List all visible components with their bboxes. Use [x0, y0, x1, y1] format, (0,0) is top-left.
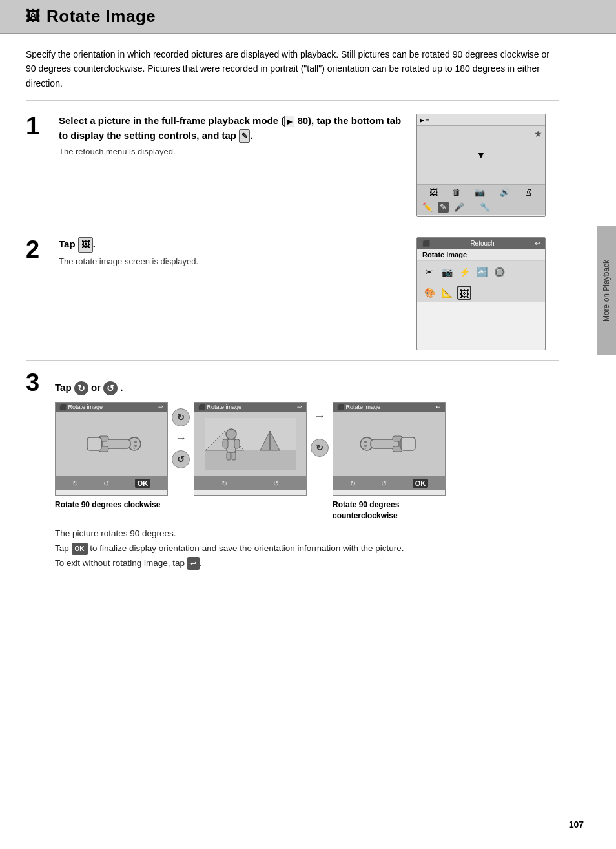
- ok-badge-inline: OK: [72, 543, 88, 555]
- svg-point-24: [364, 445, 367, 447]
- intro-text: Specify the orientation in which recorde…: [26, 47, 559, 101]
- page-title: Rotate Image: [46, 6, 156, 26]
- screen1-icons-row1: 🖼 🗑 📷 🔊 🖨: [417, 184, 545, 200]
- person-cw-svg: [67, 418, 157, 470]
- retouch-label: Retouch: [470, 240, 494, 247]
- step-1-note: The retouch menu is displayed.: [59, 147, 406, 156]
- star-icon: ★: [534, 129, 542, 139]
- svg-rect-16: [227, 452, 231, 460]
- screen1-body: ★ ▼: [417, 126, 545, 184]
- rotate-screen-left-container: ⬛ Rotate image ↩: [55, 402, 168, 510]
- step-1-number: 1: [26, 114, 48, 217]
- svg-rect-8: [205, 450, 296, 470]
- step-1-image: ▶ ≡ ★ ▼ 🖼 🗑 📷 🔊 🖨 ✏️ ✎: [416, 114, 559, 217]
- svg-point-23: [364, 441, 367, 443]
- note-3: To exit without rotating image, tap ↩.: [55, 556, 559, 571]
- step-3-header: 3 Tap ↻ or ↺ .: [26, 370, 559, 395]
- rotate-screen-middle-bottombar: ↻ ↺: [194, 476, 306, 490]
- step-3-number: 3: [26, 370, 48, 395]
- rotate-cw-button[interactable]: ↻: [172, 408, 190, 426]
- screen2-icons-grid: ✂ 📷 ⚡ 🔤 🔘: [417, 261, 545, 283]
- rotate-screen-middle-container: ⬛ Rotate image ↩: [194, 402, 307, 496]
- note-1: The picture rotates 90 degrees.: [55, 527, 559, 541]
- rotate-ccw-button[interactable]: ↺: [172, 450, 190, 468]
- caption-left: Rotate 90 degrees clockwise: [55, 499, 168, 510]
- rotate-screen-middle: ⬛ Rotate image ↩: [194, 402, 307, 496]
- svg-rect-14: [223, 439, 228, 448]
- step-3-notes: The picture rotates 90 degrees. Tap OK t…: [55, 527, 559, 571]
- step-1: 1 Select a picture in the full-frame pla…: [26, 114, 559, 227]
- rotate-screen-left-bottombar: ↻ ↺ OK: [56, 476, 167, 490]
- step-2-number: 2: [26, 237, 48, 350]
- screen2-subtitle: Rotate image: [417, 249, 545, 261]
- step-2-image: ⬛ Retouch ↩ Rotate image ✂ 📷 ⚡ 🔤 🔘 🎨 📐 🖼: [416, 237, 559, 350]
- svg-point-5: [134, 441, 137, 443]
- step-3-screens: ⬛ Rotate image ↩: [55, 402, 559, 521]
- rotate-screen-left: ⬛ Rotate image ↩: [55, 402, 168, 496]
- rotate-screen-left-body: [56, 412, 167, 476]
- back-icon-inline: ↩: [187, 557, 200, 571]
- rotate-cw-button2[interactable]: ↻: [311, 439, 329, 457]
- rotate-screen-right-topbar: ⬛ Rotate image ↩: [333, 403, 445, 412]
- svg-rect-4: [87, 437, 101, 450]
- step-1-camera-screen: ▶ ≡ ★ ▼ 🖼 🗑 📷 🔊 🖨 ✏️ ✎: [416, 114, 546, 217]
- rotate-screen-middle-body: [194, 412, 306, 476]
- step-1-content: Select a picture in the full-frame playb…: [59, 114, 406, 217]
- rotate-image-icon: 🖼: [26, 8, 40, 25]
- screen2-icons-row2: 🎨 📐 🖼: [417, 283, 545, 302]
- svg-point-6: [134, 445, 137, 447]
- step-1-instruction: Select a picture in the full-frame playb…: [59, 114, 406, 143]
- rotate-screen-right: ⬛ Rotate image ↩: [333, 402, 446, 496]
- screen1-topbar: ▶ ≡: [417, 114, 545, 126]
- arrow-buttons-left: ↻ → ↺: [168, 408, 194, 468]
- rotate-screen-left-topbar: ⬛ Rotate image ↩: [56, 403, 167, 412]
- page-header: 🖼 Rotate Image: [0, 0, 616, 34]
- step-2: 2 Tap 🖼. The rotate image screen is disp…: [26, 237, 559, 361]
- svg-rect-15: [234, 439, 240, 448]
- svg-point-12: [226, 429, 236, 439]
- rotate-screen-middle-topbar: ⬛ Rotate image ↩: [194, 403, 306, 412]
- arrow-buttons-right: → ↻: [307, 408, 333, 457]
- step-2-camera-screen: ⬛ Retouch ↩ Rotate image ✂ 📷 ⚡ 🔤 🔘 🎨 📐 🖼: [416, 237, 546, 350]
- main-content: Specify the orientation in which recorde…: [0, 34, 594, 591]
- sidebar-label: More on Playback: [597, 226, 616, 355]
- step-2-content: Tap 🖼. The rotate image screen is displa…: [59, 237, 406, 350]
- landscape-svg: [199, 418, 302, 470]
- down-arrow: ▼: [477, 150, 486, 160]
- rotate-cw-icon: ↻: [74, 381, 88, 395]
- svg-rect-22: [401, 437, 415, 450]
- step-3: 3 Tap ↻ or ↺ . ⬛ Rotate image ↩: [26, 370, 559, 571]
- rotate-ccw-icon: ↺: [103, 381, 118, 395]
- step-2-instruction: Tap 🖼.: [59, 237, 406, 253]
- page-number: 107: [569, 819, 584, 830]
- screen1-icons-row2: ✏️ ✎ 🎤 🔧: [417, 200, 545, 215]
- step-3-instruction: Tap ↻ or ↺ .: [55, 381, 123, 395]
- screen2-topbar: ⬛ Retouch ↩: [417, 238, 545, 249]
- note-2: Tap OK to finalize display orientation a…: [55, 541, 559, 556]
- person-ccw-svg: [344, 418, 435, 470]
- rotate-screen-right-body: [333, 412, 445, 476]
- caption-right: Rotate 90 degrees counterclockwise: [333, 499, 446, 521]
- step-2-note: The rotate image screen is displayed.: [59, 257, 406, 266]
- svg-rect-17: [232, 452, 236, 460]
- rotate-screen-right-container: ⬛ Rotate image ↩: [333, 402, 446, 521]
- rotate-screen-right-bottombar: ↻ ↺ OK: [333, 476, 445, 490]
